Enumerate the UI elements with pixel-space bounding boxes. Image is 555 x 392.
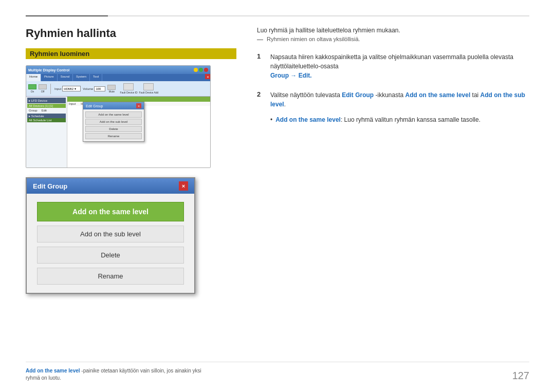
bullet-description: Luo ryhmä valitun ryhmän kanssa samalle … bbox=[344, 116, 480, 123]
sw-tabs: Home Picture Sound System Tool ✕ bbox=[26, 74, 210, 81]
sw-mute: Mute bbox=[107, 85, 116, 93]
sw-lfd-section: ▸ LFD Device bbox=[27, 98, 66, 103]
sw-toolbar: On Off Input HDMI2 ▾ Volume 100 bbox=[26, 81, 210, 97]
note-dash bbox=[257, 40, 263, 40]
sw-sidebar: ▸ LFD Device All Devices (1) [1] GroupEd… bbox=[26, 97, 67, 167]
sw-green-row bbox=[67, 97, 210, 102]
sw-title: Multiple Display Control bbox=[28, 68, 69, 72]
sw-dialog-title: Edit Group × bbox=[83, 102, 144, 109]
sw-tab-picture: Picture bbox=[41, 74, 58, 81]
page-title: Ryhmien hallinta bbox=[26, 27, 236, 40]
step2-block: 2 Valitse näyttöön tulevasta Edit Group … bbox=[257, 90, 529, 109]
intro-text: Luo ryhmiä ja hallitse laiteluetteloa ry… bbox=[257, 27, 529, 34]
footer-note: Add on the same level -painike otetaan k… bbox=[26, 367, 206, 382]
sw-close-icon: ✕ bbox=[205, 74, 210, 79]
sw-small-dialog: Edit Group × Add on the same level Add o… bbox=[83, 102, 144, 142]
sw-dialog-close-icon: × bbox=[136, 103, 141, 108]
sw-sidebar-cols: GroupEdit bbox=[27, 108, 66, 113]
sw-body: ▸ LFD Device All Devices (1) [1] GroupEd… bbox=[26, 97, 210, 167]
step2-text: Valitse näyttöön tulevasta Edit Group -i… bbox=[270, 90, 529, 109]
sw-tab-tool: Tool bbox=[90, 74, 102, 81]
section-label: Ryhmien luominen bbox=[26, 48, 236, 59]
rename-button[interactable]: Rename bbox=[37, 268, 184, 285]
sw-all-schedule: All Schedule List bbox=[27, 118, 66, 122]
sw-titlebar: Multiple Display Control bbox=[26, 66, 210, 74]
large-dialog-close-button[interactable]: × bbox=[179, 181, 188, 191]
add-sub-level-button[interactable]: Add on the sub level bbox=[37, 226, 184, 242]
add-same-level-button[interactable]: Add on the same level bbox=[37, 202, 184, 221]
step1-number: 1 bbox=[257, 52, 265, 80]
step2-number: 2 bbox=[257, 90, 265, 109]
sw-add-same-level-small: Add on the same level bbox=[85, 111, 142, 118]
sw-main-area: Input HDMI2 2 Edit Group × Add on the sa… bbox=[67, 97, 210, 167]
page-number: 127 bbox=[512, 370, 529, 382]
software-screenshot: Multiple Display Control Home Picture So… bbox=[26, 65, 211, 168]
step1-text: Napsauta hiiren kakkospainiketta ja vali… bbox=[270, 52, 529, 80]
footer-link: Add on the same level bbox=[26, 368, 80, 374]
step2-dialog-name: Edit Group bbox=[342, 91, 374, 99]
sw-tab-sound: Sound bbox=[58, 74, 73, 81]
right-column: Luo ryhmiä ja hallitse laiteluetteloa ry… bbox=[257, 27, 529, 362]
bullet-item: • Add on the same level: Luo ryhmä valit… bbox=[270, 115, 529, 124]
bullet-dot: • bbox=[270, 115, 272, 124]
step2-option1: Add on the same level bbox=[405, 91, 471, 99]
sw-delete-small: Delete bbox=[85, 126, 142, 132]
delete-button[interactable]: Delete bbox=[37, 247, 184, 264]
large-dialog-titlebar: Edit Group × bbox=[27, 178, 194, 194]
large-dialog-body: Add on the same level Add on the sub lev… bbox=[27, 194, 194, 293]
sw-tab-home: Home bbox=[26, 74, 41, 81]
footer: Add on the same level -painike otetaan k… bbox=[26, 362, 529, 382]
step1-link: Group → Edit. bbox=[270, 72, 312, 79]
sw-all-devices: All Devices (1) [1] bbox=[27, 104, 66, 108]
note-text: Ryhmien nimien on oltava yksilöllisiä. bbox=[257, 36, 529, 42]
left-column: Ryhmien hallinta Ryhmien luominen Multip… bbox=[26, 27, 236, 362]
bullet-block: • Add on the same level: Luo ryhmä valit… bbox=[270, 115, 529, 124]
large-edit-group-dialog: Edit Group × Add on the same level Add o… bbox=[26, 177, 195, 294]
top-decorative-line bbox=[26, 15, 529, 16]
bullet-term: Add on the same level bbox=[275, 116, 341, 123]
sw-rename-small: Rename bbox=[85, 133, 142, 139]
sw-add-sub-level-small: Add on the sub level bbox=[85, 119, 142, 125]
sw-schedule-section: ▸ Schedule bbox=[27, 114, 66, 118]
sw-dialog-body: Add on the same level Add on the sub lev… bbox=[83, 109, 144, 141]
sw-tab-system: System bbox=[73, 74, 90, 81]
step1-block: 1 Napsauta hiiren kakkospainiketta ja va… bbox=[257, 52, 529, 80]
large-dialog-title: Edit Group bbox=[33, 182, 67, 190]
